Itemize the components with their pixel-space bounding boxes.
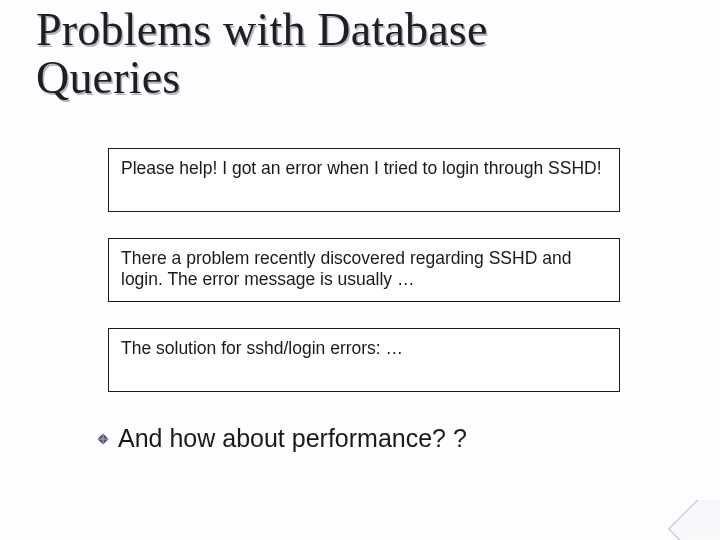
- example-box: There a problem recently discovered rega…: [108, 238, 620, 302]
- example-box: Please help! I got an error when I tried…: [108, 148, 620, 212]
- example-box-text: There a problem recently discovered rega…: [121, 248, 607, 291]
- example-box-text: Please help! I got an error when I tried…: [121, 158, 602, 179]
- slide: Problems with Database Queries Problems …: [0, 0, 720, 540]
- example-boxes: Please help! I got an error when I tried…: [108, 148, 620, 418]
- example-box-text: The solution for sshd/login errors: …: [121, 338, 403, 359]
- slide-title: Problems with Database Queries Problems …: [36, 6, 680, 103]
- bullet-text: And how about performance? ?: [118, 424, 467, 453]
- bullet-row: And how about performance? ?: [96, 424, 680, 453]
- diamond-bullet-icon: [96, 432, 110, 446]
- example-box: The solution for sshd/login errors: …: [108, 328, 620, 392]
- corner-ornament-icon: [666, 500, 720, 540]
